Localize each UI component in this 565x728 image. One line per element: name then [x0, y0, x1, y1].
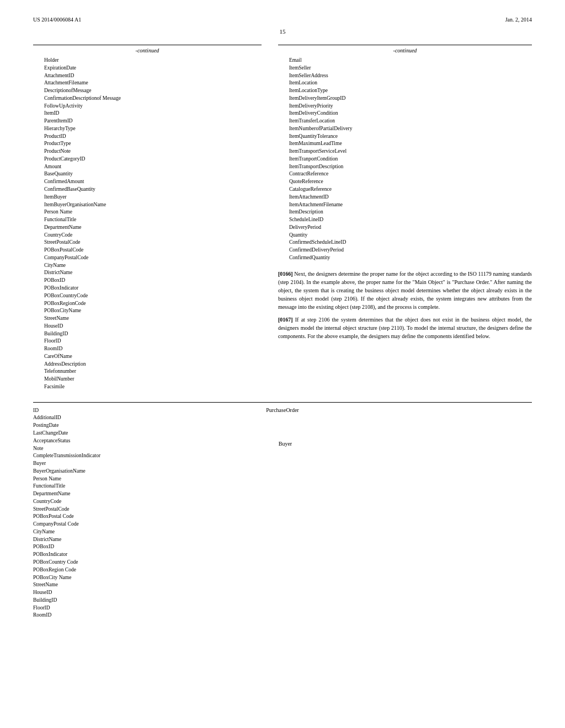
list-item: HouseID [33, 323, 262, 330]
bt-list-item: HouseID [33, 589, 223, 597]
bt-list-item: BuildingID [33, 597, 223, 604]
bt-list-item: POBoxCity Name [33, 574, 223, 582]
paragraph-section: [0166] Next, the designers determine the… [278, 270, 532, 340]
list-item: BuildingID [33, 330, 262, 338]
bt-list-item: AdditionalID [33, 414, 223, 422]
list-item: POBoxCountryCode [33, 292, 262, 300]
list-item: ItemBuyer [33, 194, 262, 201]
list-item: FunctionalTitle [33, 216, 262, 224]
bt-list-item: StreetPostalCode [33, 506, 223, 513]
list-item: ItemDescription [278, 208, 532, 216]
page-number: 15 [33, 28, 532, 35]
list-item: ItemID [33, 110, 262, 117]
list-item: CityName [33, 262, 262, 270]
list-item: Email [278, 57, 532, 65]
bt-list-item: POBoxID [33, 543, 223, 551]
list-item: CatalogueReference [278, 186, 532, 194]
list-item: DistrictName [33, 269, 262, 277]
list-item: ItemNumberofPartialDelivery [278, 125, 532, 133]
list-item: DepartmentName [33, 224, 262, 232]
list-item: ContractReference [278, 170, 532, 178]
list-item: ItemLocation [278, 79, 532, 87]
list-item: AddressDescription [33, 361, 262, 368]
bt-list-item: RoomID [33, 612, 223, 619]
bt-list-item: PostingDate [33, 422, 223, 430]
list-item: BaseQuantity [33, 170, 262, 178]
list-item: ConfirmedAmount [33, 178, 262, 186]
list-item: CountryCode [33, 232, 262, 239]
page: US 2014/0006084 A1 Jan. 2, 2014 15 -cont… [0, 0, 565, 728]
right-section-header: -continued [278, 45, 532, 53]
list-item: ItemAttachmentID [278, 194, 532, 201]
bt-item-list: IDAdditionalIDPostingDateLastChangeDateA… [33, 407, 223, 619]
list-item: ItemTransportDescription [278, 163, 532, 171]
list-item: ProductNote [33, 148, 262, 156]
list-item: ItemTranportCondition [278, 156, 532, 163]
bt-list-item: DistrictName [33, 536, 223, 544]
list-item: AttachmentFilename [33, 79, 262, 87]
list-item: POBoxID [33, 277, 262, 285]
list-item: Facsimile [33, 383, 262, 391]
list-item: ConfirmationDescriptionof Message [33, 95, 262, 103]
bt-list-item: CompleteTransmissionIndicator [33, 452, 223, 460]
bt-list-item: Buyer [33, 460, 223, 468]
list-item: ItemMaximumLeadTime [278, 140, 532, 148]
list-item: ExpirationDate [33, 65, 262, 72]
bt-list-item: CityName [33, 528, 223, 536]
list-item: ConfirmedScheduleLineID [278, 239, 532, 247]
list-item: ParentItemID [33, 117, 262, 125]
bt-list-item: StreetName [33, 581, 223, 589]
list-item: ScheduleLineID [278, 216, 532, 224]
paragraph-1: [0167] If at step 2106 the system determ… [278, 315, 532, 340]
list-item: ProductID [33, 133, 262, 141]
content-area: -continued HolderExpirationDateAttachmen… [33, 45, 532, 391]
left-item-list: HolderExpirationDateAttachmentIDAttachme… [33, 57, 262, 391]
bottom-table: IDAdditionalIDPostingDateLastChangeDateA… [33, 402, 532, 619]
bt-title: PurchaseOrder [223, 407, 343, 413]
bt-list-item: POBoxCountry Code [33, 559, 223, 566]
buyer-label: Buyer [228, 441, 343, 447]
list-item: MobilNumber [33, 376, 262, 383]
paragraph-0: [0166] Next, the designers determine the… [278, 270, 532, 311]
list-item: DescriptionofMessage [33, 87, 262, 95]
left-section-header: -continued [33, 45, 262, 53]
list-item: DeliveryPeriod [278, 224, 532, 232]
list-item: ItemSellerAddress [278, 72, 532, 80]
list-item: ItemDeliveryCondition [278, 110, 532, 117]
list-item: StreetName [33, 315, 262, 323]
list-item: ConfirmedQuantity [278, 254, 532, 262]
list-item: ItemAttachmentFilename [278, 201, 532, 209]
page-header: US 2014/0006084 A1 Jan. 2, 2014 [33, 17, 532, 23]
list-item: POBoxPostalCode [33, 247, 262, 254]
bt-list-item: AcceptanceStatus [33, 437, 223, 445]
list-item: Amount [33, 163, 262, 171]
list-item: ProductType [33, 140, 262, 148]
bt-list-item: ID [33, 407, 223, 415]
bt-center: PurchaseOrder Buyer [223, 407, 343, 619]
list-item: FloorID [33, 338, 262, 345]
list-item: Quantity [278, 232, 532, 239]
list-item: Person Name [33, 208, 262, 216]
list-item: ItemSeller [278, 65, 532, 72]
list-item: Holder [33, 57, 262, 65]
list-item: HierarchyType [33, 125, 262, 133]
bt-list-item: CompanyPostal Code [33, 521, 223, 528]
list-item: ItemTransferLocation [278, 117, 532, 125]
list-item: ItemDeliveryItemGroupID [278, 95, 532, 103]
list-item: ItemLocationType [278, 87, 532, 95]
bt-list-item: FloorID [33, 604, 223, 612]
bt-list-item: LastChangeDate [33, 430, 223, 437]
bt-list-item: POBoxRegion Code [33, 566, 223, 574]
header-left: US 2014/0006084 A1 [33, 17, 81, 23]
list-item: CompanyPostalCode [33, 254, 262, 262]
bt-list-item: DepartmentName [33, 490, 223, 498]
list-item: AttachmentID [33, 72, 262, 80]
list-item: Telefonnumber [33, 368, 262, 376]
list-item: ItemTransportServiceLevel [278, 148, 532, 156]
list-item: ItemBuyerOrganisationName [33, 201, 262, 209]
list-item: ItemDeliveryPriority [278, 103, 532, 110]
right-item-list: EmailItemSellerItemSellerAddressItemLoca… [278, 57, 532, 262]
bt-left: IDAdditionalIDPostingDateLastChangeDateA… [33, 407, 223, 619]
list-item: ProductCategoryID [33, 156, 262, 163]
list-item: ConfirmedBaseQuantity [33, 186, 262, 194]
